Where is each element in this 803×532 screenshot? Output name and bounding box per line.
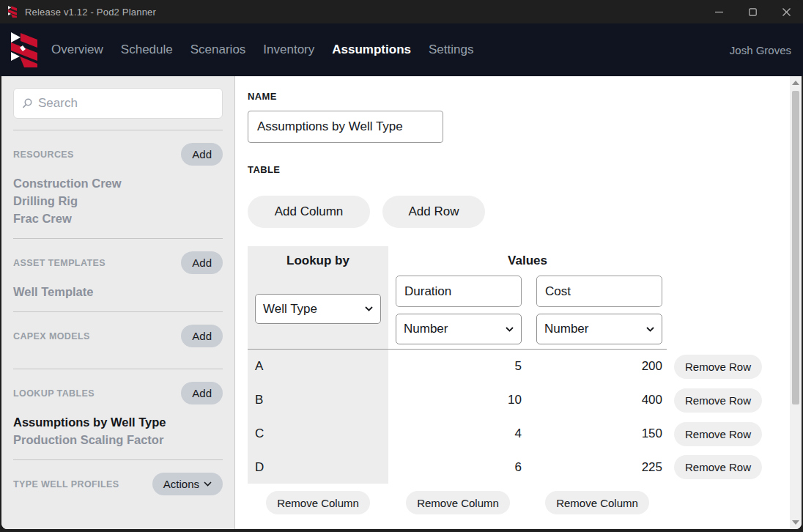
header-spacer (667, 246, 762, 276)
lookup-table: Lookup by Values Well Type Number (248, 246, 790, 514)
search-input[interactable] (38, 96, 215, 111)
app-window: Release v1.12 - Pod2 Planner Overview Sc… (0, 0, 803, 532)
column-type-select-cost[interactable]: Number (536, 314, 662, 344)
row-actions: Remove Row (667, 383, 762, 417)
chevron-down-icon (365, 306, 373, 311)
lookup-key-select-value: Well Type (263, 302, 365, 317)
row-value: 200 (528, 350, 667, 383)
name-label: NAME (248, 91, 790, 102)
add-asset-template-button[interactable]: Add (181, 251, 223, 274)
section-lookup-tables: LOOKUP TABLES Add Assumptions by Well Ty… (13, 382, 223, 448)
sidebar-item-construction-crew[interactable]: Construction Crew (13, 174, 223, 192)
divider (13, 459, 223, 460)
section-title-lookup-tables: LOOKUP TABLES (13, 388, 95, 399)
search-box (13, 88, 223, 119)
scroll-up-icon[interactable] (792, 81, 799, 85)
row-value: 5 (388, 350, 528, 383)
user-name[interactable]: Josh Groves (730, 44, 791, 56)
remove-column-button[interactable]: Remove Column (545, 491, 649, 514)
row-actions: Remove Row (667, 350, 762, 383)
row-value: 10 (388, 383, 528, 417)
sidebar-item-drilling-rig[interactable]: Drilling Rig (13, 192, 223, 210)
column-type-value: Number (544, 322, 646, 336)
row-value: 4 (388, 417, 528, 451)
nav-schedule[interactable]: Schedule (121, 43, 173, 57)
lookup-control-cell: Well Type (248, 276, 388, 350)
add-resource-button[interactable]: Add (181, 143, 223, 166)
main-navbar: Overview Schedule Scenarios Inventory As… (0, 23, 803, 76)
window-controls (702, 0, 803, 23)
section-title-type-well-profiles: TYPE WELL PROFILES (13, 479, 119, 489)
actions-button-label: Actions (163, 478, 199, 490)
sidebar-item-frac-crew[interactable]: Frac Crew (13, 210, 223, 227)
divider (13, 311, 223, 312)
remove-row-button[interactable]: Remove Row (674, 422, 762, 446)
nav-inventory[interactable]: Inventory (263, 43, 314, 57)
maximize-button[interactable] (736, 0, 769, 23)
column-type-select-duration[interactable]: Number (396, 314, 522, 344)
chevron-down-icon (646, 327, 654, 332)
nav-overview[interactable]: Overview (51, 43, 103, 57)
add-row-button[interactable]: Add Row (382, 196, 485, 228)
section-resources: RESOURCES Add Construction Crew Drilling… (13, 143, 223, 227)
section-title-resources: RESOURCES (13, 149, 74, 160)
chevron-down-icon (204, 481, 212, 487)
row-value: 400 (528, 383, 667, 417)
cost-column-controls: Number (528, 276, 667, 350)
nav-settings[interactable]: Settings (429, 43, 473, 57)
remove-column-cell: Remove Column (528, 484, 667, 514)
remove-column-cell: Remove Column (388, 484, 528, 514)
remove-column-cell: Remove Column (248, 484, 388, 514)
section-type-well-profiles: TYPE WELL PROFILES Actions (13, 473, 223, 495)
scroll-down-icon[interactable] (792, 520, 799, 525)
section-asset-templates: ASSET TEMPLATES Add Well Template (13, 251, 223, 300)
row-key: C (248, 417, 388, 451)
remove-column-button[interactable]: Remove Column (266, 491, 370, 514)
row-value: 150 (528, 417, 667, 451)
window-title: Release v1.12 - Pod2 Planner (25, 7, 156, 18)
add-lookup-table-button[interactable]: Add (181, 382, 223, 404)
section-capex-models: CAPEX MODELS Add (13, 325, 223, 358)
name-input[interactable] (248, 111, 443, 143)
remove-row-button[interactable]: Remove Row (674, 355, 762, 379)
footer-spacer (667, 484, 762, 514)
minimize-button[interactable] (702, 0, 736, 23)
sidebar: RESOURCES Add Construction Crew Drilling… (1, 76, 235, 529)
sidebar-item-assumptions-by-well-type[interactable]: Assumptions by Well Type (13, 413, 223, 431)
row-actions: Remove Row (667, 417, 762, 451)
scrollbar-thumb[interactable] (792, 91, 799, 404)
add-capex-model-button[interactable]: Add (181, 325, 223, 347)
lookup-key-select[interactable]: Well Type (255, 294, 381, 324)
divider (13, 238, 223, 239)
app-icon (7, 5, 19, 18)
divider (13, 369, 223, 369)
row-key: A (248, 350, 388, 383)
search-icon (21, 97, 33, 109)
content-area: RESOURCES Add Construction Crew Drilling… (1, 76, 802, 529)
actions-button[interactable]: Actions (152, 473, 223, 495)
row-actions: Remove Row (667, 451, 762, 484)
lookup-by-header: Lookup by (248, 246, 388, 276)
window-titlebar: Release v1.12 - Pod2 Planner (0, 0, 803, 23)
main-panel: NAME TABLE Add Column Add Row Lookup by … (235, 76, 790, 529)
vertical-scrollbar[interactable] (790, 76, 802, 529)
sidebar-item-well-template[interactable]: Well Template (13, 283, 223, 300)
nav-assumptions[interactable]: Assumptions (332, 43, 411, 57)
duration-column-controls: Number (388, 276, 528, 350)
row-key: B (248, 383, 388, 417)
column-type-value: Number (404, 322, 506, 336)
remove-column-button[interactable]: Remove Column (406, 491, 510, 514)
remove-row-button[interactable]: Remove Row (674, 388, 762, 413)
nav-scenarios[interactable]: Scenarios (190, 43, 246, 57)
row-key: D (248, 451, 388, 484)
remove-row-button[interactable]: Remove Row (674, 455, 762, 479)
table-label: TABLE (248, 164, 790, 175)
close-button[interactable] (769, 0, 803, 23)
sidebar-item-production-scaling-factor[interactable]: Production Scaling Factor (13, 431, 223, 448)
column-name-input-duration[interactable] (396, 276, 522, 307)
app-logo-icon (10, 32, 38, 67)
row-value: 6 (388, 451, 528, 484)
add-column-button[interactable]: Add Column (248, 196, 370, 228)
nav-items: Overview Schedule Scenarios Inventory As… (51, 43, 473, 57)
column-name-input-cost[interactable] (536, 276, 662, 307)
